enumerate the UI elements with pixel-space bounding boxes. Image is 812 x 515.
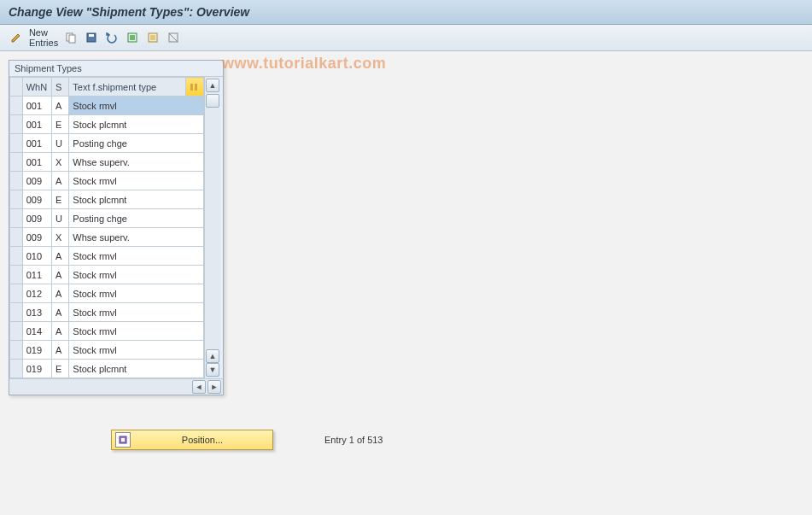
cell-s[interactable]: A xyxy=(51,266,68,284)
row-selector[interactable] xyxy=(10,247,23,266)
cell-text[interactable]: Stock rmvl xyxy=(69,266,204,284)
cell-text[interactable]: Stock rmvl xyxy=(69,172,204,190)
col-select[interactable] xyxy=(10,78,23,97)
cell-text[interactable]: Stock rmvl xyxy=(69,341,204,360)
cell-whn[interactable]: 001 xyxy=(22,115,51,134)
cell-s[interactable]: A xyxy=(51,322,68,341)
row-selector[interactable] xyxy=(10,284,23,303)
cell-s[interactable]: E xyxy=(51,190,68,209)
table-row[interactable]: 011AStock rmvl xyxy=(10,266,204,284)
row-selector[interactable] xyxy=(10,266,23,284)
row-selector[interactable] xyxy=(10,303,23,322)
cell-text[interactable]: Stock plcmnt xyxy=(69,190,204,209)
cell-s[interactable]: X xyxy=(51,228,68,247)
cell-text[interactable]: Posting chge xyxy=(69,209,204,228)
vertical-scrollbar[interactable]: ▲ ▲ ▼ xyxy=(204,77,220,378)
row-selector[interactable] xyxy=(10,209,23,228)
cell-s[interactable]: A xyxy=(51,284,68,303)
select-block-icon[interactable] xyxy=(143,28,162,47)
table-row[interactable]: 001AStock rmvl xyxy=(10,97,204,115)
table-row[interactable]: 001UPosting chge xyxy=(10,134,204,153)
undo-icon[interactable] xyxy=(102,28,121,47)
deselect-all-icon[interactable] xyxy=(164,28,183,47)
cell-s[interactable]: A xyxy=(51,247,68,266)
row-selector[interactable] xyxy=(10,134,23,153)
table-row[interactable]: 014AStock rmvl xyxy=(10,322,204,341)
table-row[interactable]: 009AStock rmvl xyxy=(10,172,204,190)
cell-whn[interactable]: 009 xyxy=(22,209,51,228)
scroll-left-icon[interactable]: ◄ xyxy=(192,380,206,394)
scroll-up2-icon[interactable]: ▲ xyxy=(206,349,219,363)
save-icon[interactable] xyxy=(82,28,101,47)
row-selector[interactable] xyxy=(10,228,23,247)
row-selector[interactable] xyxy=(10,172,23,190)
horizontal-scrollbar[interactable]: ◄ ► xyxy=(9,378,223,395)
cell-s[interactable]: E xyxy=(51,115,68,134)
table-row[interactable]: 012AStock rmvl xyxy=(10,284,204,303)
table-row[interactable]: 009EStock plcmnt xyxy=(10,190,204,209)
scroll-right-icon[interactable]: ► xyxy=(207,380,221,394)
cell-s[interactable]: X xyxy=(51,153,68,172)
cell-whn[interactable]: 001 xyxy=(22,153,51,172)
col-text[interactable]: Text f.shipment type xyxy=(69,78,185,97)
scroll-thumb[interactable] xyxy=(206,94,219,108)
table-row[interactable]: 019AStock rmvl xyxy=(10,341,204,360)
new-entries-button[interactable]: New Entries xyxy=(27,26,60,49)
scroll-down-icon[interactable]: ▼ xyxy=(206,363,219,377)
toolbar: New Entries www.tutorialkart.com xyxy=(0,25,812,51)
cell-text[interactable]: Stock rmvl xyxy=(69,322,204,341)
table-row[interactable]: 001EStock plcmnt xyxy=(10,115,204,134)
row-selector[interactable] xyxy=(10,360,23,378)
edit-icon[interactable] xyxy=(7,28,26,47)
row-selector[interactable] xyxy=(10,190,23,209)
table-row[interactable]: 013AStock rmvl xyxy=(10,303,204,322)
cell-s[interactable]: A xyxy=(51,341,68,360)
col-whn[interactable]: WhN xyxy=(22,78,51,97)
configure-columns-icon[interactable] xyxy=(185,78,203,97)
cell-whn[interactable]: 009 xyxy=(22,228,51,247)
table-row[interactable]: 009XWhse superv. xyxy=(10,228,204,247)
row-selector[interactable] xyxy=(10,341,23,360)
cell-s[interactable]: A xyxy=(51,97,68,115)
row-selector[interactable] xyxy=(10,97,23,115)
select-all-icon[interactable] xyxy=(123,28,142,47)
row-selector[interactable] xyxy=(10,322,23,341)
cell-text[interactable]: Stock plcmnt xyxy=(69,115,204,134)
cell-text[interactable]: Whse superv. xyxy=(69,153,204,172)
cell-s[interactable]: A xyxy=(51,172,68,190)
cell-text[interactable]: Stock rmvl xyxy=(69,97,204,115)
copy-icon[interactable] xyxy=(61,28,80,47)
table-row[interactable]: 019EStock plcmnt xyxy=(10,360,204,378)
table-row[interactable]: 009UPosting chge xyxy=(10,209,204,228)
position-button[interactable]: Position... xyxy=(111,430,273,450)
cell-text[interactable]: Whse superv. xyxy=(69,228,204,247)
table-row[interactable]: 001XWhse superv. xyxy=(10,153,204,172)
scroll-up-icon[interactable]: ▲ xyxy=(206,79,219,92)
position-icon xyxy=(115,432,131,448)
cell-text[interactable]: Stock rmvl xyxy=(69,303,204,322)
cell-s[interactable]: U xyxy=(51,134,68,153)
cell-whn[interactable]: 001 xyxy=(22,97,51,115)
cell-whn[interactable]: 019 xyxy=(22,341,51,360)
cell-whn[interactable]: 013 xyxy=(22,303,51,322)
cell-whn[interactable]: 010 xyxy=(22,247,51,266)
cell-text[interactable]: Stock rmvl xyxy=(69,247,204,266)
cell-s[interactable]: A xyxy=(51,303,68,322)
cell-s[interactable]: E xyxy=(51,360,68,378)
table-row[interactable]: 010AStock rmvl xyxy=(10,247,204,266)
cell-whn[interactable]: 019 xyxy=(22,360,51,378)
row-selector[interactable] xyxy=(10,115,23,134)
cell-text[interactable]: Stock plcmnt xyxy=(69,360,204,378)
cell-text[interactable]: Stock rmvl xyxy=(69,284,204,303)
cell-whn[interactable]: 014 xyxy=(22,322,51,341)
cell-whn[interactable]: 012 xyxy=(22,284,51,303)
row-selector[interactable] xyxy=(10,153,23,172)
col-s[interactable]: S xyxy=(51,78,68,97)
cell-whn[interactable]: 001 xyxy=(22,134,51,153)
cell-whn[interactable]: 009 xyxy=(22,172,51,190)
shipment-types-table[interactable]: WhN S Text f.shipment type 001AStock rmv… xyxy=(9,77,204,378)
cell-whn[interactable]: 011 xyxy=(22,266,51,284)
cell-text[interactable]: Posting chge xyxy=(69,134,204,153)
cell-s[interactable]: U xyxy=(51,209,68,228)
cell-whn[interactable]: 009 xyxy=(22,190,51,209)
